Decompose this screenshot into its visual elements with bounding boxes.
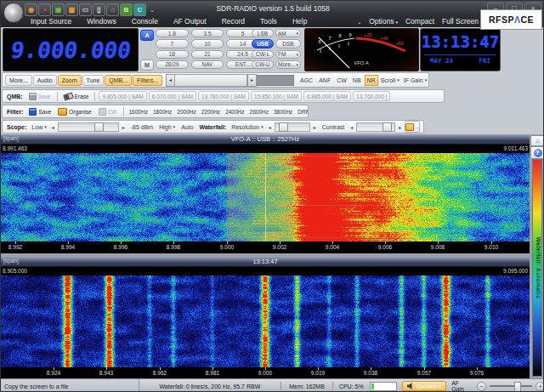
qmb-memory-button[interactable]: 13.760.000 | <box>353 91 390 101</box>
toolbar-button-audio[interactable]: Audio <box>33 75 57 86</box>
toolbar-button-more[interactable]: More... <box>5 75 32 86</box>
qmb-save-button[interactable]: Save <box>26 92 54 101</box>
qmb-memory-button[interactable]: 9.805.000 | SAM <box>99 91 146 101</box>
calendar-icon[interactable]: ▦ <box>65 3 78 16</box>
dropdown-scroll[interactable]: Scroll▾ <box>379 76 401 85</box>
waterfall-canvas-2[interactable] <box>1 276 530 367</box>
collapse-panel-button[interactable]: △ <box>530 135 544 146</box>
dsp-toggle-cw[interactable]: CW <box>334 75 349 86</box>
keypad-button-1-8[interactable]: 1.8 <box>156 29 189 37</box>
filter-option-drm[interactable]: DRM <box>296 108 309 116</box>
toolbar-button-tune[interactable]: Tune <box>82 75 105 86</box>
scope-low-dropdown[interactable]: Low▾ <box>30 122 48 132</box>
filter-option-2000hz[interactable]: 2000Hz <box>175 108 197 116</box>
qmb-memory-button[interactable]: 6.070.000 | SAM <box>149 91 196 101</box>
mode-button-cw-l[interactable]: CW-L <box>252 50 274 59</box>
keypad-button-28-29[interactable]: 28/29 <box>156 60 189 69</box>
mode-button-dsb[interactable]: DSB <box>275 39 301 48</box>
keypad-button-nav[interactable]: NAV <box>191 60 224 69</box>
menu-item-input-source[interactable]: Input Source <box>23 16 79 26</box>
gauge-icon[interactable]: ◉ <box>25 3 37 16</box>
scrollbar-track[interactable] <box>257 75 294 86</box>
af-gain-decrease-button[interactable]: − <box>477 382 486 391</box>
keypad-button-21[interactable]: 21 <box>191 50 224 59</box>
scope-range-slider[interactable] <box>58 122 119 132</box>
mode-button-usb[interactable]: USB <box>252 39 274 48</box>
filter-organise-button[interactable]: Organise <box>55 107 94 116</box>
waterfall-canvas-1[interactable] <box>1 153 530 241</box>
dsp-toggle-agc[interactable]: AGC <box>298 75 315 86</box>
waterfall-contrast-slider-thumb[interactable] <box>382 122 392 132</box>
waterfall-contrast-slider[interactable] <box>356 122 395 132</box>
mode-button-fm[interactable]: FM▾ <box>275 50 301 59</box>
scope-range-slider-thumb[interactable] <box>94 122 104 132</box>
waterfall-resolution-slider-thumb[interactable] <box>279 122 288 132</box>
af-gain-slider[interactable] <box>490 385 532 387</box>
slider-left-arrow-icon[interactable]: ◂ <box>50 124 56 130</box>
menu-item-console[interactable]: Console <box>124 16 166 26</box>
slider-left-arrow-icon[interactable]: ◂ <box>267 124 273 130</box>
keypad-button-3-5[interactable]: 3.5 <box>191 29 224 37</box>
slider-right-arrow-icon[interactable]: ▸ <box>397 124 403 130</box>
dsp-toggle-nb[interactable]: NB <box>350 75 364 86</box>
mode-button-cw-u[interactable]: CW-U <box>252 60 274 69</box>
screenshot-folder-button[interactable]: ... <box>405 121 420 133</box>
frequency-display[interactable]: 9.000.000 <box>3 28 139 71</box>
speakers-button[interactable]: Speakers <box>402 381 447 391</box>
filter-option-2400hz[interactable]: 2400Hz <box>224 108 246 116</box>
waterfall-resolution-dropdown[interactable]: Resolution▾ <box>230 122 265 132</box>
filter-option-2600hz[interactable]: 2600Hz <box>248 108 270 116</box>
full-screen-button[interactable]: Full Screen <box>442 17 479 26</box>
memory-button[interactable]: M <box>140 60 154 71</box>
slider-left-arrow-icon[interactable]: ◂ <box>348 124 354 130</box>
scope-auto-button[interactable]: Auto <box>178 122 196 133</box>
mode-button-lsb[interactable]: LSB <box>252 29 274 37</box>
slider-right-arrow-icon[interactable]: ▸ <box>312 124 318 130</box>
scope-high-dropdown[interactable]: High▾ <box>157 122 177 132</box>
tuning-scrollbar[interactable]: ◂▸ <box>166 74 294 87</box>
filter-option-2200hz[interactable]: 2200Hz <box>200 108 222 116</box>
options-menu[interactable]: Options▾ <box>369 17 398 26</box>
qmb-memory-button[interactable]: 15.850.100 | SAM <box>251 91 302 101</box>
filter-cw-button[interactable]: CW <box>96 107 120 116</box>
toolbar-button-zoom[interactable]: Zoom <box>58 75 82 86</box>
scroll-right-arrow-icon[interactable]: ▸ <box>247 74 257 87</box>
waterfall-resolution-slider[interactable] <box>275 122 310 132</box>
keyboard-icon[interactable]: ▭ <box>79 3 92 16</box>
span-tag[interactable]: [span] <box>3 258 19 264</box>
compact-button[interactable]: Compact <box>405 17 434 26</box>
scroll-left-arrow-icon[interactable]: ◂ <box>166 74 175 87</box>
toolbar-button-qmb[interactable]: QMB... <box>105 75 132 86</box>
qmb-erase-button[interactable]: Erase <box>61 93 92 100</box>
span-tag[interactable]: [span] <box>3 135 19 141</box>
filter-option-3800hz[interactable]: 3800Hz <box>272 108 294 116</box>
slider-right-arrow-icon[interactable]: ▸ <box>121 124 127 130</box>
toolbar-button-filters[interactable]: Filters... <box>133 75 162 86</box>
filter-save-button[interactable]: Save <box>26 107 54 116</box>
keypad-button-18[interactable]: 18 <box>156 50 189 59</box>
af-gain-slider-thumb[interactable] <box>514 382 521 392</box>
keypad-button-7[interactable]: 7 <box>156 39 189 48</box>
waterfall-colour-bar[interactable]: Waterfall: Automatic <box>532 159 542 377</box>
menu-item-tools[interactable]: Tools <box>252 16 285 26</box>
dropdown-if-gain[interactable]: IF Gain▾ <box>402 76 428 85</box>
tools-icon[interactable]: × <box>38 3 51 16</box>
filter-option-1600hz[interactable]: 1600Hz <box>128 108 150 116</box>
help-button[interactable]: ? <box>530 146 544 159</box>
mode-button-more[interactable]: More...▾ <box>275 60 301 69</box>
vfo-a-button[interactable]: A <box>140 30 154 41</box>
qmb-memory-button[interactable]: 6.885.000 | SAM <box>303 91 351 101</box>
mode-button-am[interactable]: AM▾ <box>275 29 301 37</box>
qmb-memory-button[interactable]: 13.780.000 | SAM <box>198 91 249 101</box>
dsp-toggle-nr[interactable]: NR <box>365 75 378 86</box>
dsp-toggle-anf[interactable]: ANF <box>316 75 333 86</box>
menu-item-record[interactable]: Record <box>214 16 252 26</box>
monitor-icon[interactable]: ▣ <box>52 3 65 16</box>
frequency-axis[interactable]: 8.9248.9438.9628.9819.0009.0199.0389.057… <box>1 367 530 378</box>
menu-item-windows[interactable]: Windows <box>79 16 123 26</box>
app-logo-icon[interactable] <box>3 3 24 23</box>
keypad-button-10[interactable]: 10 <box>191 39 224 48</box>
af-gain-increase-button[interactable]: + <box>536 382 544 391</box>
frequency-axis[interactable]: 8.9928.9948.9968.9989.0009.0029.0049.006… <box>1 241 530 253</box>
filter-option-1800hz[interactable]: 1800Hz <box>151 108 173 116</box>
